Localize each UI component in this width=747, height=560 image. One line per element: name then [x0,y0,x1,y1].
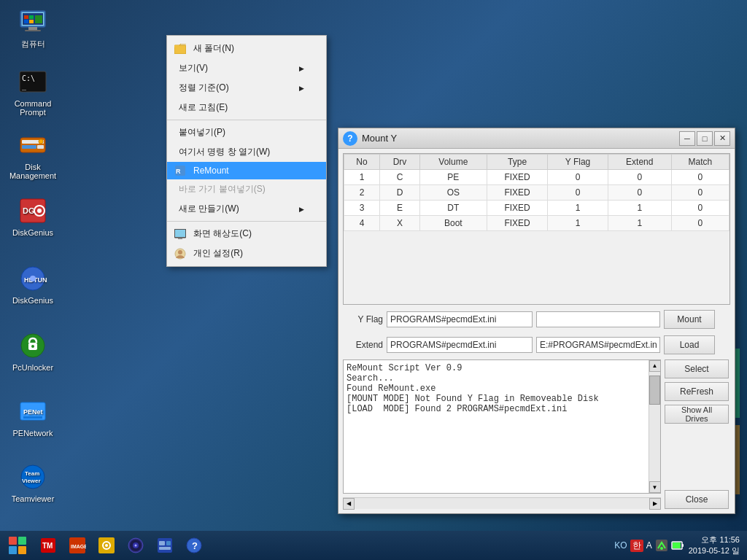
refresh-button[interactable]: ReFresh [665,382,729,401]
svg-rect-5 [24,15,28,19]
scroll-up-arrow[interactable]: ▲ [649,360,661,372]
svg-rect-67 [682,544,684,547]
desktop-icon-cmd[interactable]: C:\ _ CommandPrompt [7,64,58,120]
extend-label: Extend [343,340,383,350]
table-row[interactable]: 3EDTFIXED110 [344,201,729,216]
svg-rect-39 [174,45,179,47]
desktop-icon-teamviewer[interactable]: Team Viewer Teamviewer [7,459,58,506]
table-row[interactable]: 4XBootFIXED110 [344,216,729,231]
svg-text:R: R [176,168,181,175]
yflag-extra-input[interactable] [536,311,660,327]
sys-tray: KO 한 A [614,539,684,552]
yflag-label: Y Flag [343,314,383,324]
desktop-icon-hdtune[interactable]: HDTUNE DiskGenius [7,261,58,308]
col-header-type: Type [487,155,548,170]
svg-point-56 [135,545,137,547]
mount-button[interactable]: Mount [664,310,715,329]
battery-icon [671,539,684,552]
help-icon[interactable]: ? [343,131,357,146]
mount-window: ? Mount Y ─ □ ✕ No Drv Volume [338,128,735,514]
menu-item-cmd-here[interactable]: 여기서 명령 창 열기(W) [167,142,326,162]
svg-text:PENet: PENet [23,408,43,416]
menu-item-remount[interactable]: R ReMount [167,162,326,179]
svg-point-53 [105,544,108,547]
show-all-drives-button[interactable]: Show All Drives [665,405,729,424]
taskbar-icon-imagex[interactable]: IMAGE [64,532,90,559]
svg-rect-68 [673,542,681,548]
table-row[interactable]: 1CPEFIXED000 [344,170,729,185]
svg-rect-59 [159,541,165,545]
table-row[interactable]: 2DOSFIXED000 [344,185,729,201]
scroll-thumb[interactable] [649,376,660,405]
menu-item-personalize[interactable]: 개인 설정(R) [167,244,326,263]
minimize-button[interactable]: ─ [679,131,695,146]
clock-time: 오후 11:56 [701,534,740,545]
menu-item-view[interactable]: 보기(V) ▶ [167,58,326,78]
taskbar-icon-taskmgr[interactable]: TM [35,532,61,559]
yflag-input[interactable] [387,311,533,327]
extend-input1[interactable] [387,337,533,353]
svg-rect-44 [178,238,182,239]
svg-text:TM: TM [42,542,53,550]
col-header-extend: Extend [608,155,671,170]
start-button[interactable] [3,532,32,559]
right-buttons: Select ReFresh Show All Drives Close [665,359,730,510]
svg-rect-30 [23,416,42,419]
lang-indicator: KO [614,540,627,551]
svg-point-21 [37,209,42,213]
taskbar-icon-settings[interactable] [93,532,120,559]
log-scrollbar[interactable]: ▲ ▼ [649,360,660,494]
h-scroll-left[interactable]: ◀ [343,498,355,510]
menu-item-new[interactable]: 새로 만들기(W) ▶ [167,199,326,219]
drive-table-container: No Drv Volume Type Y Flag Extend Match 1… [343,153,730,305]
close-window-button[interactable]: ✕ [714,131,730,146]
desktop: 컴퓨터 C:\ _ CommandPrompt DiskManagement [0,0,747,531]
desktop-icon-penetwork[interactable]: PENet PENetwork [7,394,58,440]
col-header-volume: Volume [419,155,487,170]
desktop-icon-diskgenius[interactable]: DG DiskGenius [7,193,58,240]
svg-text:DG: DG [23,206,35,215]
desktop-icon-computer[interactable]: 컴퓨터 [7,4,58,52]
menu-item-paste-link: 바로 가기 붙여넣기(S) [167,179,326,199]
svg-point-65 [660,547,663,550]
menu-item-refresh-folder[interactable]: 새로 고침(E) [167,98,326,117]
svg-rect-15 [22,145,36,149]
h-scroll-right[interactable]: ▶ [649,498,661,510]
clock-area: 오후 11:56 2019-05-12 일 [689,534,740,556]
clock-date: 2019-05-12 일 [689,545,740,556]
menu-separator-2 [167,221,326,222]
taskbar-icon-explorer[interactable] [152,532,178,559]
window-titlebar: ? Mount Y ─ □ ✕ [338,128,735,149]
svg-text:Team: Team [25,470,39,477]
window-controls: ─ □ ✕ [679,131,730,146]
svg-rect-3 [28,27,37,30]
desktop-icon-disk-mgmt[interactable]: DiskManagement [7,128,58,183]
extend-row: Extend Load [343,335,730,354]
svg-rect-7 [24,20,28,23]
col-header-yflag: Y Flag [548,155,608,170]
caps-indicator: A [646,540,652,551]
extend-input2[interactable] [536,337,660,353]
close-button[interactable]: Close [665,490,729,509]
desktop-icon-pcunlocker[interactable]: PcUnlocker [7,328,58,375]
scroll-down-arrow[interactable]: ▼ [649,481,661,493]
load-button[interactable]: Load [664,335,715,354]
log-container: ReMount Script Ver 0.9 Search... Found R… [343,359,661,494]
menu-item-new-folder[interactable]: 새 폴더(N) [167,39,326,58]
col-header-drv: Drv [380,155,420,170]
svg-text:?: ? [192,540,198,551]
svg-text:Viewer: Viewer [22,478,41,484]
menu-item-paste[interactable]: 붙여넣기(P) [167,122,326,142]
maximize-button[interactable]: □ [697,131,713,146]
menu-item-sort[interactable]: 정렬 기준(O) ▶ [167,78,326,98]
svg-text:IMAGE: IMAGE [71,544,86,549]
log-text: ReMount Script Ver 0.9 Search... Found R… [344,360,649,494]
h-scroll-track [355,498,649,509]
menu-item-screen-res[interactable]: 화면 해상도(C) [167,224,326,244]
svg-point-17 [39,139,43,144]
taskbar-icon-dvd[interactable] [123,532,149,559]
scroll-track [649,372,660,482]
taskbar-icons: TM IMAGE [35,532,207,559]
taskbar-icon-help[interactable]: ? [181,532,207,559]
select-button[interactable]: Select [665,359,729,378]
